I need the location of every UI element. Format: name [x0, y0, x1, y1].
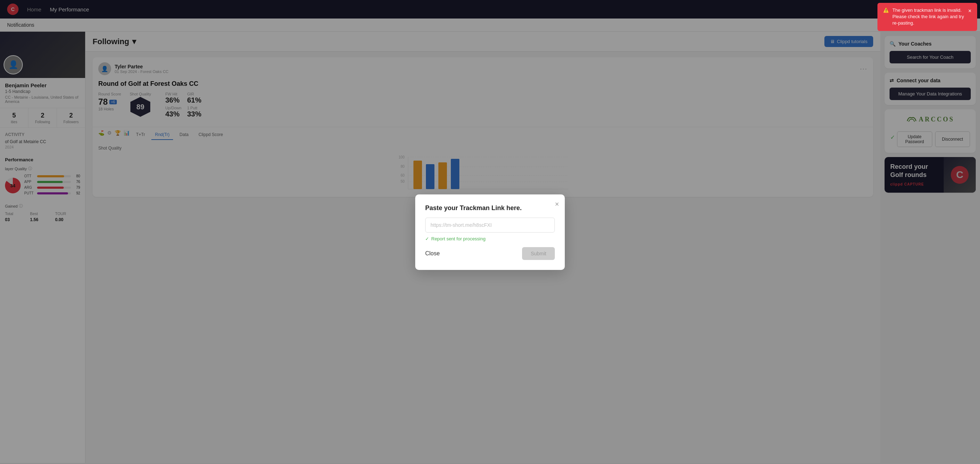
- trackman-modal: Paste your Trackman Link here. × ✓ Repor…: [415, 194, 565, 270]
- modal-submit-button[interactable]: Submit: [522, 247, 555, 260]
- error-message: The given trackman link is invalid. Plea…: [892, 7, 965, 27]
- modal-success-message: ✓ Report sent for processing: [425, 236, 555, 242]
- trackman-link-input[interactable]: [425, 218, 555, 232]
- error-toast-close[interactable]: ×: [968, 7, 972, 15]
- modal-overlay[interactable]: Paste your Trackman Link here. × ✓ Repor…: [0, 0, 980, 463]
- modal-close-x-button[interactable]: ×: [555, 200, 559, 208]
- modal-close-button[interactable]: Close: [425, 250, 440, 257]
- error-icon: ⚠️: [883, 7, 889, 14]
- error-toast: ⚠️ The given trackman link is invalid. P…: [877, 3, 977, 31]
- success-check-icon: ✓: [425, 236, 429, 242]
- modal-title: Paste your Trackman Link here.: [425, 204, 555, 212]
- modal-footer: Close Submit: [425, 247, 555, 260]
